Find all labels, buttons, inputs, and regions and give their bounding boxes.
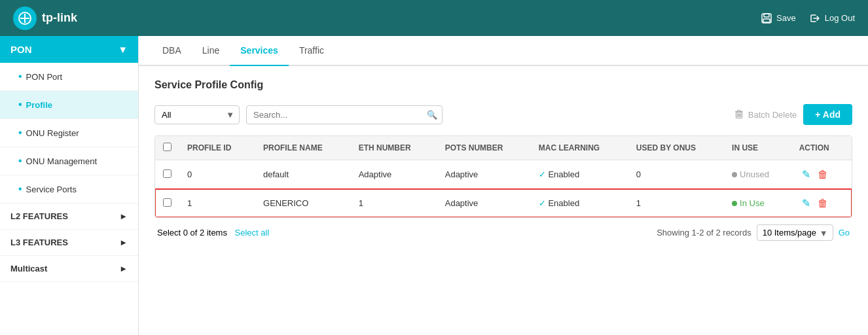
cell-used-by-onus-0: 0 — [628, 160, 724, 189]
chevron-down-icon: ▼ — [118, 44, 128, 55]
svg-rect-5 — [763, 19, 770, 22]
batch-delete-button[interactable]: Batch Delete — [734, 109, 797, 120]
page-title: Service Profile Config — [154, 79, 852, 91]
svg-rect-4 — [764, 14, 769, 17]
edit-icon-1: ✎ — [802, 198, 810, 209]
select-all-checkbox[interactable] — [163, 143, 172, 151]
save-icon — [761, 12, 772, 24]
row-checkbox-1[interactable] — [163, 198, 172, 207]
status-badge-unused: Unused — [732, 169, 784, 179]
col-mac-learning: MAC LEARNING — [531, 136, 628, 160]
row-checkbox-cell-1 — [155, 189, 179, 218]
delete-button-0[interactable]: 🗑 — [815, 168, 831, 182]
per-page-select[interactable]: 10 Items/page 20 Items/page 50 Items/pag… — [757, 224, 833, 241]
search-icon: 🔍 — [427, 110, 437, 120]
filter-row: All ▼ 🔍 — [154, 104, 852, 125]
logo-text: tp-link — [42, 11, 77, 25]
delete-icon-1: 🗑 — [818, 198, 828, 209]
col-used-by-onus: USED BY ONUS — [628, 136, 724, 160]
chevron-right-icon-l3: ► — [119, 238, 128, 247]
cell-profile-id-1: 1 — [179, 189, 255, 218]
header: tp-link Save Log Out — [0, 0, 868, 36]
logout-button[interactable]: Log Out — [809, 12, 855, 24]
tab-services[interactable]: Services — [230, 36, 289, 66]
table-row: 0 default Adaptive Adaptive ✓ Enabled 0 — [155, 160, 852, 189]
select-all-checkbox-cell — [155, 136, 179, 160]
cell-pots-number-1: Adaptive — [437, 189, 531, 218]
sidebar-section-pon[interactable]: PON ▼ — [0, 36, 138, 63]
svg-rect-6 — [737, 113, 738, 117]
cell-eth-number-0: Adaptive — [351, 160, 437, 189]
check-icon-0: ✓ — [539, 169, 546, 179]
table-row: 1 GENERICO 1 Adaptive ✓ Enabled 1 — [155, 189, 852, 218]
per-page-select-wrap: 10 Items/page 20 Items/page 50 Items/pag… — [757, 224, 833, 241]
search-input[interactable] — [246, 105, 443, 124]
pagination-controls: Showing 1-2 of 2 records 10 Items/page 2… — [657, 224, 850, 241]
tab-dba[interactable]: DBA — [152, 36, 192, 66]
edit-button-0[interactable]: ✎ — [799, 167, 813, 182]
sidebar-item-pon-port[interactable]: PON Port — [0, 63, 138, 91]
edit-button-1[interactable]: ✎ — [799, 196, 813, 211]
sidebar-item-profile[interactable]: Profile — [0, 91, 138, 119]
dot-green-icon — [732, 201, 737, 206]
tab-traffic[interactable]: Traffic — [289, 36, 335, 66]
save-button[interactable]: Save — [761, 12, 796, 24]
logout-icon — [809, 12, 821, 24]
cell-mac-learning-0: ✓ Enabled — [531, 160, 628, 189]
search-wrap: 🔍 — [246, 105, 443, 124]
cell-in-use-0: Unused — [724, 160, 791, 189]
sidebar-section-l3[interactable]: L3 FEATURES ► — [0, 230, 138, 256]
main-content: DBA Line Services Traffic Service Profil… — [139, 36, 868, 335]
filter-select-wrap: All ▼ — [154, 105, 240, 124]
svg-rect-8 — [740, 113, 741, 117]
row-checkbox-0[interactable] — [163, 169, 172, 178]
trash-icon — [734, 109, 744, 120]
delete-button-1[interactable]: 🗑 — [815, 196, 831, 211]
col-profile-name: PROFILE NAME — [255, 136, 351, 160]
col-profile-id: PROFILE ID — [179, 136, 255, 160]
cell-profile-name-0: default — [255, 160, 351, 189]
col-in-use: IN USE — [724, 136, 791, 160]
layout: PON ▼ PON Port Profile ONU Register ONU … — [0, 36, 868, 335]
data-table: PROFILE ID PROFILE NAME ETH NUMBER POTS … — [154, 135, 852, 218]
edit-icon-0: ✎ — [802, 169, 810, 180]
cell-pots-number-0: Adaptive — [437, 160, 531, 189]
cell-mac-learning-1: ✓ Enabled — [531, 189, 628, 218]
sidebar-item-service-ports[interactable]: Service Ports — [0, 175, 138, 203]
header-actions: Save Log Out — [761, 12, 855, 24]
cell-in-use-1: In Use — [724, 189, 791, 218]
logo: tp-link — [13, 7, 77, 30]
check-icon-1: ✓ — [539, 198, 546, 208]
cell-action-1: ✎ 🗑 — [791, 189, 852, 218]
sidebar-section-multicast[interactable]: Multicast ► — [0, 256, 138, 282]
main-panel: Service Profile Config All ▼ 🔍 — [139, 66, 868, 260]
col-action: ACTION — [791, 136, 852, 160]
add-button[interactable]: + Add — [803, 104, 852, 125]
cell-profile-name-1: GENERICO — [255, 189, 351, 218]
tabs-bar: DBA Line Services Traffic — [139, 36, 868, 66]
chevron-right-icon-multicast: ► — [119, 264, 128, 273]
cell-eth-number-1: 1 — [351, 189, 437, 218]
sidebar-item-onu-management[interactable]: ONU Management — [0, 147, 138, 175]
cell-used-by-onus-1: 1 — [628, 189, 724, 218]
chevron-right-icon: ► — [119, 211, 128, 221]
select-all-link[interactable]: Select all — [235, 228, 270, 238]
filter-select[interactable]: All — [154, 105, 240, 124]
cell-profile-id-0: 0 — [179, 160, 255, 189]
col-pots-number: POTS NUMBER — [437, 136, 531, 160]
sidebar-item-onu-register[interactable]: ONU Register — [0, 119, 138, 147]
status-badge-inuse: In Use — [732, 198, 784, 208]
dot-icon — [732, 172, 737, 177]
table-header-row: PROFILE ID PROFILE NAME ETH NUMBER POTS … — [155, 136, 852, 160]
sidebar: PON ▼ PON Port Profile ONU Register ONU … — [0, 36, 139, 335]
cell-action-0: ✎ 🗑 — [791, 160, 852, 189]
logo-icon — [13, 7, 37, 30]
table-footer: Select 0 of 2 items Select all Showing 1… — [154, 218, 852, 247]
sidebar-section-l2[interactable]: L2 FEATURES ► — [0, 203, 138, 230]
col-eth-number: ETH NUMBER — [351, 136, 437, 160]
select-info: Select 0 of 2 items Select all — [157, 228, 269, 238]
row-checkbox-cell-0 — [155, 160, 179, 189]
pagination-info: Showing 1-2 of 2 records — [657, 228, 751, 238]
go-button[interactable]: Go — [839, 228, 850, 238]
tab-line[interactable]: Line — [192, 36, 230, 66]
